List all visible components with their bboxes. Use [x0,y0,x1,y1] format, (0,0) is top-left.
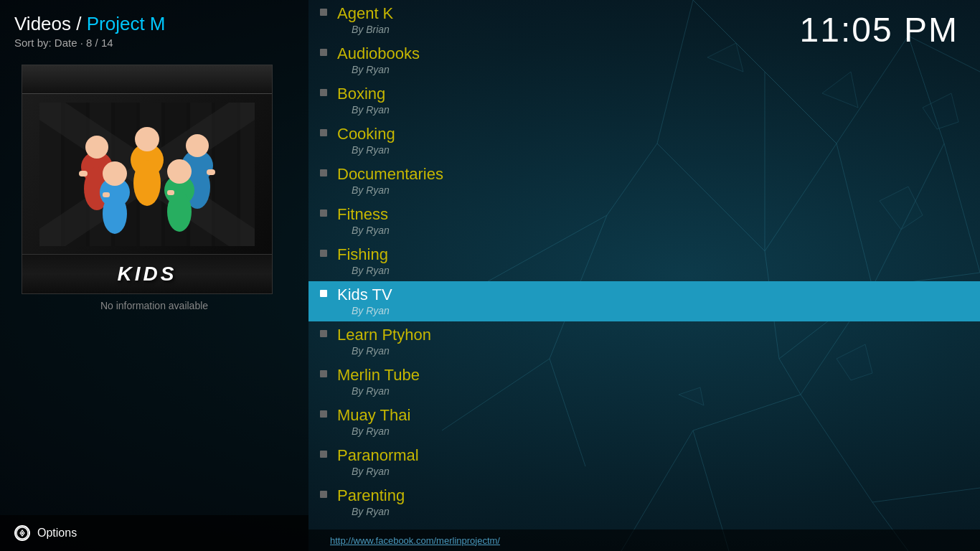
svg-point-59 [103,194,127,234]
bottom-url-bar: http://www.facebook.com/merlinprojectm/ [308,529,980,551]
svg-point-49 [85,136,108,159]
list-item-subtitle: By Ryan [337,184,443,196]
list-item[interactable]: Muay ThaiBy Ryan [308,402,980,442]
options-icon [14,525,30,541]
list-item-text: FitnessBy Ryan [337,202,390,236]
list-item-subtitle: By Ryan [337,104,390,116]
list-item-bullet [320,9,327,16]
svg-point-52 [186,134,209,157]
list-item-text: ParentingBy Ryan [337,484,405,517]
list-item[interactable]: Learn PtyhonBy Ryan [308,321,980,362]
bottom-url-text: http://www.facebook.com/merlinprojectm/ [330,535,500,546]
list-item-text: FishingBy Ryan [337,242,390,276]
list-item-subtitle: By Ryan [337,345,431,357]
svg-rect-65 [103,192,110,197]
options-label: Options [37,527,77,540]
svg-point-55 [135,127,159,151]
svg-rect-66 [167,190,174,195]
list-item[interactable]: Merlin TubeBy Ryan [308,362,980,402]
list-item-text: DocumentariesBy Ryan [337,162,443,196]
list-item-bullet [320,330,327,337]
list-item-text: Merlin TubeBy Ryan [337,363,420,397]
header-project: Project M [87,13,166,34]
list-item-title: Merlin Tube [337,366,420,385]
list-item-bullet [320,370,327,377]
svg-point-61 [167,159,192,184]
svg-point-58 [103,161,127,186]
list-item-bullet [320,209,327,217]
list-item-title: Fishing [337,245,390,264]
list-item-subtitle: By Ryan [337,144,395,156]
list-item[interactable]: Kids TVBy Ryan [308,281,980,321]
header-path: Videos / [14,13,81,34]
list-items: Agent KBy BrianAudiobooksBy RyanBoxingBy… [308,0,980,522]
list-item-subtitle: By Ryan [337,64,420,75]
list-item[interactable]: DocumentariesBy Ryan [308,161,980,201]
no-info-text: No information available [22,300,287,311]
list-item-subtitle: By Ryan [337,265,390,276]
list-item-text: Kids TVBy Ryan [337,283,392,316]
svg-point-56 [133,160,161,206]
list-item[interactable]: ParentingBy Ryan [308,482,980,522]
list-item[interactable]: BoxingBy Ryan [308,80,980,121]
list-panel: Agent KBy BrianAudiobooksBy RyanBoxingBy… [308,0,980,551]
list-item-title: Paranormal [337,446,419,465]
header-subtitle: Sort by: Date · 8 / 14 [14,37,294,49]
svg-point-62 [167,192,192,232]
clock: 11:05 PM [800,10,958,50]
list-item-text: BoxingBy Ryan [337,82,390,116]
list-item-bullet [320,129,327,136]
list-item-title: Parenting [337,486,405,505]
thumbnail-box: KIDS [22,65,273,294]
thumb-top-bar [22,65,272,94]
list-item-text: ParanormalBy Ryan [337,443,419,477]
list-item-bullet [320,491,327,498]
list-item[interactable]: FitnessBy Ryan [308,201,980,241]
kids-logo: KIDS [118,263,177,286]
list-item-title: Fitness [337,205,390,224]
left-panel: Videos / Project M Sort by: Date · 8 / 1… [0,0,308,551]
list-item-bullet [320,290,327,297]
list-item-text: Learn PtyhonBy Ryan [337,323,431,357]
list-item[interactable]: FishingBy Ryan [308,241,980,281]
thumb-bottom-bar: KIDS [22,254,272,293]
list-item-subtitle: By Ryan [337,466,419,477]
list-item-text: Agent KBy Brian [337,1,393,35]
list-item-title: Agent K [337,4,393,23]
list-item-title: Muay Thai [337,406,410,425]
list-item-bullet [320,89,327,96]
list-item-subtitle: By Ryan [337,425,410,437]
kids-illustration [39,103,255,246]
list-item-bullet [320,410,327,418]
list-item-bullet [320,451,327,458]
list-item-bullet [320,250,327,257]
list-item-bullet [320,169,327,176]
options-bar[interactable]: Options [0,515,308,551]
list-item-subtitle: By Ryan [337,506,405,517]
list-item-subtitle: By Ryan [337,385,420,397]
svg-point-68 [22,532,24,534]
list-item-subtitle: By Ryan [337,225,390,236]
header-title: Videos / Project M [14,13,294,35]
list-item-title: Documentaries [337,165,443,184]
header: Videos / Project M Sort by: Date · 8 / 1… [0,0,308,53]
list-item-title: Learn Ptyhon [337,326,431,344]
list-item-subtitle: By Ryan [337,305,392,316]
list-item-title: Kids TV [337,286,392,304]
list-item[interactable]: CookingBy Ryan [308,121,980,161]
kodi-options-icon [16,527,29,540]
list-item-text: AudiobooksBy Ryan [337,42,420,75]
list-item-title: Boxing [337,85,390,103]
list-item[interactable]: ParanormalBy Ryan [308,442,980,482]
svg-rect-64 [207,169,215,175]
list-item-title: Cooking [337,125,395,143]
list-item-bullet [320,49,327,56]
list-item-title: Audiobooks [337,44,420,63]
thumb-image-area [22,94,272,254]
thumbnail-container: KIDS No information available [22,65,287,311]
svg-rect-63 [79,171,88,176]
list-item-text: CookingBy Ryan [337,122,395,156]
list-item-text: Muay ThaiBy Ryan [337,403,410,437]
list-item-subtitle: By Brian [337,24,393,35]
